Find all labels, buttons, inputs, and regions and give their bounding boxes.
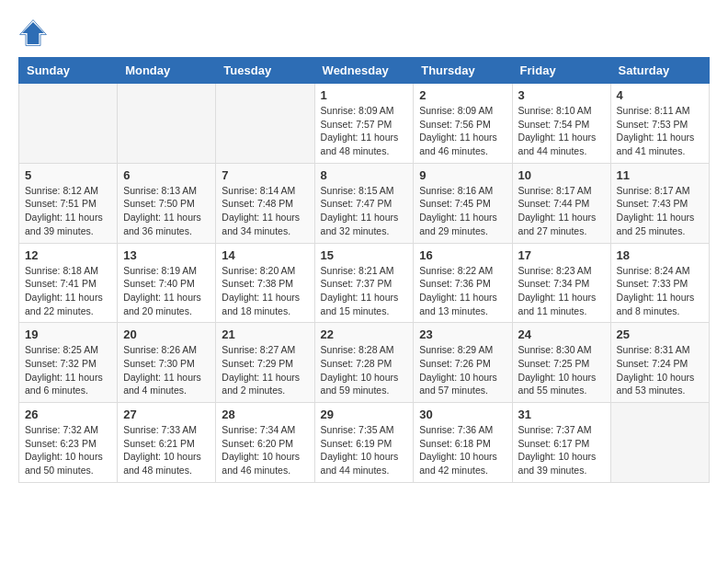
day-number: 30: [419, 408, 506, 421]
calendar-cell: 18Sunrise: 8:24 AM Sunset: 7:33 PM Dayli…: [610, 243, 709, 323]
day-info: Sunrise: 8:12 AM Sunset: 7:51 PM Dayligh…: [25, 184, 111, 238]
day-number: 18: [617, 248, 703, 262]
calendar-cell: 9Sunrise: 8:16 AM Sunset: 7:45 PM Daylig…: [414, 163, 512, 243]
day-info: Sunrise: 8:10 AM Sunset: 7:54 PM Dayligh…: [518, 104, 605, 158]
day-info: Sunrise: 8:13 AM Sunset: 7:50 PM Dayligh…: [123, 184, 210, 238]
calendar-cell: 6Sunrise: 8:13 AM Sunset: 7:50 PM Daylig…: [118, 163, 216, 243]
day-number: 14: [222, 248, 308, 262]
day-number: 24: [518, 327, 605, 341]
calendar-cell: 8Sunrise: 8:15 AM Sunset: 7:47 PM Daylig…: [314, 163, 414, 243]
calendar-cell: 5Sunrise: 8:12 AM Sunset: 7:51 PM Daylig…: [19, 163, 118, 243]
day-info: Sunrise: 7:33 AM Sunset: 6:21 PM Dayligh…: [123, 423, 210, 477]
day-number: 23: [419, 327, 506, 341]
weekday-header: Thursday: [414, 58, 512, 84]
calendar-cell: 20Sunrise: 8:26 AM Sunset: 7:30 PM Dayli…: [118, 323, 216, 403]
calendar-cell: 24Sunrise: 8:30 AM Sunset: 7:25 PM Dayli…: [512, 323, 610, 403]
calendar-cell: [118, 84, 216, 164]
day-number: 15: [321, 248, 408, 262]
day-number: 31: [518, 408, 605, 421]
calendar-cell: 22Sunrise: 8:28 AM Sunset: 7:28 PM Dayli…: [314, 323, 414, 403]
calendar-cell: [216, 84, 314, 164]
day-number: 25: [617, 327, 703, 341]
calendar-cell: 25Sunrise: 8:31 AM Sunset: 7:24 PM Dayli…: [610, 323, 709, 403]
calendar-cell: 23Sunrise: 8:29 AM Sunset: 7:26 PM Dayli…: [414, 323, 512, 403]
day-number: 8: [321, 168, 408, 182]
day-info: Sunrise: 8:25 AM Sunset: 7:32 PM Dayligh…: [25, 343, 111, 397]
day-info: Sunrise: 8:28 AM Sunset: 7:28 PM Dayligh…: [321, 343, 408, 397]
day-number: 9: [419, 168, 506, 182]
calendar-week-row: 5Sunrise: 8:12 AM Sunset: 7:51 PM Daylig…: [19, 163, 710, 243]
day-info: Sunrise: 8:31 AM Sunset: 7:24 PM Dayligh…: [617, 343, 703, 397]
calendar-cell: 10Sunrise: 8:17 AM Sunset: 7:44 PM Dayli…: [512, 163, 610, 243]
day-info: Sunrise: 8:29 AM Sunset: 7:26 PM Dayligh…: [419, 343, 506, 397]
day-number: 12: [25, 248, 111, 262]
day-info: Sunrise: 8:26 AM Sunset: 7:30 PM Dayligh…: [123, 343, 210, 397]
calendar-cell: 27Sunrise: 7:33 AM Sunset: 6:21 PM Dayli…: [118, 403, 216, 483]
day-number: 19: [25, 327, 111, 341]
day-number: 11: [617, 168, 703, 182]
calendar-week-row: 12Sunrise: 8:18 AM Sunset: 7:41 PM Dayli…: [19, 243, 710, 323]
calendar-cell: 16Sunrise: 8:22 AM Sunset: 7:36 PM Dayli…: [414, 243, 512, 323]
day-info: Sunrise: 8:09 AM Sunset: 7:57 PM Dayligh…: [321, 104, 408, 158]
weekday-header: Tuesday: [216, 58, 314, 84]
day-info: Sunrise: 8:15 AM Sunset: 7:47 PM Dayligh…: [321, 184, 408, 238]
calendar-cell: 26Sunrise: 7:32 AM Sunset: 6:23 PM Dayli…: [19, 403, 118, 483]
calendar-cell: 21Sunrise: 8:27 AM Sunset: 7:29 PM Dayli…: [216, 323, 314, 403]
day-info: Sunrise: 8:17 AM Sunset: 7:43 PM Dayligh…: [617, 184, 703, 238]
weekday-header: Sunday: [19, 58, 118, 84]
day-number: 16: [419, 248, 506, 262]
logo: [18, 18, 51, 48]
day-number: 22: [321, 327, 408, 341]
day-number: 17: [518, 248, 605, 262]
day-number: 3: [518, 88, 605, 102]
day-info: Sunrise: 7:34 AM Sunset: 6:20 PM Dayligh…: [222, 423, 308, 477]
calendar-cell: 3Sunrise: 8:10 AM Sunset: 7:54 PM Daylig…: [512, 84, 610, 164]
day-info: Sunrise: 8:11 AM Sunset: 7:53 PM Dayligh…: [617, 104, 703, 158]
weekday-header: Wednesday: [314, 58, 414, 84]
calendar-cell: 1Sunrise: 8:09 AM Sunset: 7:57 PM Daylig…: [314, 84, 414, 164]
day-info: Sunrise: 8:14 AM Sunset: 7:48 PM Dayligh…: [222, 184, 308, 238]
day-info: Sunrise: 8:19 AM Sunset: 7:40 PM Dayligh…: [123, 264, 210, 318]
day-info: Sunrise: 8:27 AM Sunset: 7:29 PM Dayligh…: [222, 343, 308, 397]
day-number: 5: [25, 168, 111, 182]
day-number: 6: [123, 168, 210, 182]
calendar-cell: 14Sunrise: 8:20 AM Sunset: 7:38 PM Dayli…: [216, 243, 314, 323]
calendar-cell: 30Sunrise: 7:36 AM Sunset: 6:18 PM Dayli…: [414, 403, 512, 483]
calendar-cell: 28Sunrise: 7:34 AM Sunset: 6:20 PM Dayli…: [216, 403, 314, 483]
calendar-cell: 11Sunrise: 8:17 AM Sunset: 7:43 PM Dayli…: [610, 163, 709, 243]
day-info: Sunrise: 8:23 AM Sunset: 7:34 PM Dayligh…: [518, 264, 605, 318]
day-info: Sunrise: 8:24 AM Sunset: 7:33 PM Dayligh…: [617, 264, 703, 318]
day-number: 20: [123, 327, 210, 341]
calendar-cell: 2Sunrise: 8:09 AM Sunset: 7:56 PM Daylig…: [414, 84, 512, 164]
calendar-table: SundayMondayTuesdayWednesdayThursdayFrid…: [18, 57, 710, 483]
calendar-week-row: 1Sunrise: 8:09 AM Sunset: 7:57 PM Daylig…: [19, 84, 710, 164]
day-number: 26: [25, 408, 111, 421]
calendar-cell: 12Sunrise: 8:18 AM Sunset: 7:41 PM Dayli…: [19, 243, 118, 323]
weekday-header: Saturday: [610, 58, 709, 84]
calendar-cell: 29Sunrise: 7:35 AM Sunset: 6:19 PM Dayli…: [314, 403, 414, 483]
calendar-cell: 7Sunrise: 8:14 AM Sunset: 7:48 PM Daylig…: [216, 163, 314, 243]
day-info: Sunrise: 8:20 AM Sunset: 7:38 PM Dayligh…: [222, 264, 308, 318]
day-number: 4: [617, 88, 703, 102]
day-number: 7: [222, 168, 308, 182]
day-info: Sunrise: 8:21 AM Sunset: 7:37 PM Dayligh…: [321, 264, 408, 318]
calendar-cell: 4Sunrise: 8:11 AM Sunset: 7:53 PM Daylig…: [610, 84, 709, 164]
day-info: Sunrise: 8:30 AM Sunset: 7:25 PM Dayligh…: [518, 343, 605, 397]
day-info: Sunrise: 8:22 AM Sunset: 7:36 PM Dayligh…: [419, 264, 506, 318]
day-number: 2: [419, 88, 506, 102]
day-number: 13: [123, 248, 210, 262]
calendar-cell: 15Sunrise: 8:21 AM Sunset: 7:37 PM Dayli…: [314, 243, 414, 323]
calendar-cell: 31Sunrise: 7:37 AM Sunset: 6:17 PM Dayli…: [512, 403, 610, 483]
calendar-cell: [19, 84, 118, 164]
day-info: Sunrise: 7:36 AM Sunset: 6:18 PM Dayligh…: [419, 423, 506, 477]
day-info: Sunrise: 7:32 AM Sunset: 6:23 PM Dayligh…: [25, 423, 111, 477]
calendar-week-row: 26Sunrise: 7:32 AM Sunset: 6:23 PM Dayli…: [19, 403, 710, 483]
calendar-header-row: SundayMondayTuesdayWednesdayThursdayFrid…: [19, 58, 710, 84]
day-info: Sunrise: 7:35 AM Sunset: 6:19 PM Dayligh…: [321, 423, 408, 477]
day-number: 1: [321, 88, 408, 102]
logo-icon: [18, 18, 48, 48]
day-number: 21: [222, 327, 308, 341]
calendar-cell: 13Sunrise: 8:19 AM Sunset: 7:40 PM Dayli…: [118, 243, 216, 323]
weekday-header: Friday: [512, 58, 610, 84]
day-info: Sunrise: 8:17 AM Sunset: 7:44 PM Dayligh…: [518, 184, 605, 238]
